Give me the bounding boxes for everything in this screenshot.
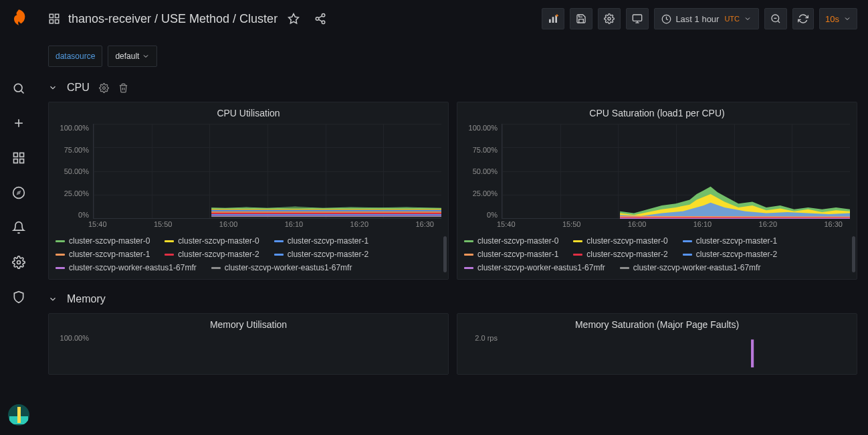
legend-swatch — [573, 254, 582, 256]
yaxis: 100.00% 75.00% 50.00% 25.00% 0% — [464, 124, 502, 231]
legend-item[interactable]: cluster-szcvp-master-0 — [165, 236, 259, 246]
row-title: CPU — [67, 82, 90, 94]
zoom-out-button[interactable] — [764, 8, 787, 29]
legend-item[interactable]: cluster-szcvp-master-0 — [464, 236, 558, 246]
refresh-interval-picker[interactable]: 10s — [819, 8, 857, 29]
legend-swatch — [464, 254, 473, 256]
var-datasource-picker[interactable]: default — [108, 46, 156, 67]
row-header-memory[interactable]: Memory — [48, 289, 857, 309]
legend-swatch — [464, 240, 473, 242]
settings-icon[interactable] — [5, 249, 32, 276]
legend-item[interactable]: cluster-szcvp-worker-eastus1-67mfr — [464, 263, 605, 272]
svg-rect-12 — [56, 14, 59, 17]
row-delete-icon[interactable] — [118, 83, 128, 93]
legend-label: cluster-szcvp-worker-eastus1-67mfr — [225, 263, 352, 272]
alerting-icon[interactable] — [5, 214, 32, 241]
topbar: thanos-receiver / USE Method / Cluster L… — [37, 0, 868, 37]
legend-label: cluster-szcvp-master-1 — [288, 236, 368, 246]
chart-mem-sat: 2.0 rps — [464, 334, 850, 367]
avatar[interactable] — [8, 404, 29, 426]
chevron-down-icon — [48, 83, 58, 92]
dashboard-content: datasource default CPU CPU Utilisatio — [37, 37, 868, 375]
svg-rect-37 — [211, 210, 441, 211]
grafana-logo-icon[interactable] — [9, 8, 28, 27]
time-range-label: Last 1 hour — [675, 14, 719, 24]
svg-rect-32 — [211, 216, 441, 217]
plus-icon[interactable] — [5, 110, 32, 137]
legend-swatch — [464, 267, 473, 269]
legend-label: cluster-szcvp-master-0 — [586, 236, 667, 246]
panel-cpu-utilisation[interactable]: CPU Utilisation 100.00% 75.00% 50.00% 25… — [48, 102, 449, 280]
dashboard-settings-button[interactable] — [598, 8, 621, 29]
row-header-cpu[interactable]: CPU — [48, 78, 857, 98]
legend-scrollbar[interactable] — [443, 236, 447, 272]
svg-marker-15 — [289, 14, 299, 23]
legend-item[interactable]: cluster-szcvp-master-0 — [56, 236, 150, 246]
svg-rect-6 — [19, 159, 23, 163]
search-icon[interactable] — [5, 75, 32, 102]
legend-label: cluster-szcvp-master-2 — [586, 250, 667, 259]
xaxis: 15:40 15:50 16:00 16:10 16:20 16:30 — [502, 220, 850, 231]
legend-item[interactable]: cluster-szcvp-master-1 — [56, 250, 150, 259]
legend-swatch — [274, 240, 284, 242]
svg-point-16 — [322, 14, 325, 17]
refresh-interval-label: 10s — [825, 14, 839, 24]
legend-item[interactable]: cluster-szcvp-master-0 — [573, 236, 667, 246]
sidebar — [0, 0, 37, 435]
cycle-view-mode-button[interactable] — [626, 8, 649, 29]
legend-cpu-sat: cluster-szcvp-master-0cluster-szcvp-mast… — [464, 236, 850, 272]
svg-rect-4 — [13, 153, 17, 157]
legend-item[interactable]: cluster-szcvp-master-2 — [165, 250, 259, 259]
explore-icon[interactable] — [5, 179, 32, 206]
svg-line-20 — [319, 16, 322, 18]
legend-label: cluster-szcvp-worker-eastus1-67mfr — [477, 263, 605, 272]
add-panel-button[interactable] — [542, 8, 564, 29]
panel-cpu-saturation[interactable]: CPU Saturation (load1 per CPU) 100.00% 7… — [457, 102, 857, 280]
row-settings-icon[interactable] — [99, 83, 109, 93]
svg-rect-13 — [56, 20, 59, 23]
legend-item[interactable]: cluster-szcvp-worker-eastus1-67mfr — [56, 263, 197, 272]
admin-icon[interactable] — [5, 284, 32, 311]
svg-rect-7 — [13, 159, 17, 163]
svg-rect-36 — [211, 211, 441, 213]
svg-rect-33 — [211, 215, 441, 215]
legend-swatch — [620, 267, 629, 269]
panel-title: Memory Utilisation — [56, 319, 441, 330]
legend-label: cluster-szcvp-worker-eastus1-67mfr — [69, 263, 197, 272]
chart-mem-util: 100.00% — [56, 334, 441, 367]
svg-point-10 — [17, 261, 20, 264]
svg-rect-38 — [211, 209, 441, 209]
legend-swatch — [211, 267, 221, 269]
breadcrumb[interactable]: thanos-receiver / USE Method / Cluster — [68, 12, 278, 26]
svg-rect-11 — [49, 14, 53, 17]
main: thanos-receiver / USE Method / Cluster L… — [37, 0, 868, 435]
save-button[interactable] — [570, 8, 592, 29]
star-icon[interactable] — [283, 8, 304, 29]
legend-item[interactable]: cluster-szcvp-worker-eastus1-67mfr — [620, 263, 761, 272]
time-picker-button[interactable]: Last 1 hour UTC — [654, 8, 759, 29]
row-title: Memory — [67, 293, 106, 305]
legend-item[interactable]: cluster-szcvp-master-2 — [274, 250, 368, 259]
legend-label: cluster-szcvp-master-0 — [477, 236, 558, 246]
share-icon[interactable] — [310, 8, 331, 29]
dashboard-grid-icon[interactable] — [48, 13, 60, 25]
legend-item[interactable]: cluster-szcvp-master-1 — [274, 236, 368, 246]
legend-item[interactable]: cluster-szcvp-master-1 — [464, 250, 558, 259]
svg-point-29 — [102, 86, 105, 89]
legend-item[interactable]: cluster-szcvp-master-2 — [573, 250, 667, 259]
dashboards-icon[interactable] — [5, 145, 32, 171]
panel-memory-saturation[interactable]: Memory Saturation (Major Page Faults) 2.… — [457, 313, 857, 375]
svg-rect-35 — [211, 213, 441, 214]
panel-memory-utilisation[interactable]: Memory Utilisation 100.00% — [48, 313, 449, 375]
legend-swatch — [56, 254, 65, 256]
legend-item[interactable]: cluster-szcvp-master-1 — [683, 236, 777, 246]
legend-label: cluster-szcvp-master-1 — [696, 236, 777, 246]
legend-scrollbar[interactable] — [852, 236, 855, 272]
legend-item[interactable]: cluster-szcvp-master-2 — [683, 250, 777, 259]
legend-label: cluster-szcvp-master-1 — [69, 250, 150, 259]
legend-label: cluster-szcvp-master-1 — [477, 250, 558, 259]
svg-point-17 — [316, 17, 319, 21]
legend-swatch — [274, 254, 284, 256]
legend-item[interactable]: cluster-szcvp-worker-eastus1-67mfr — [211, 263, 352, 272]
refresh-button[interactable] — [792, 8, 814, 29]
